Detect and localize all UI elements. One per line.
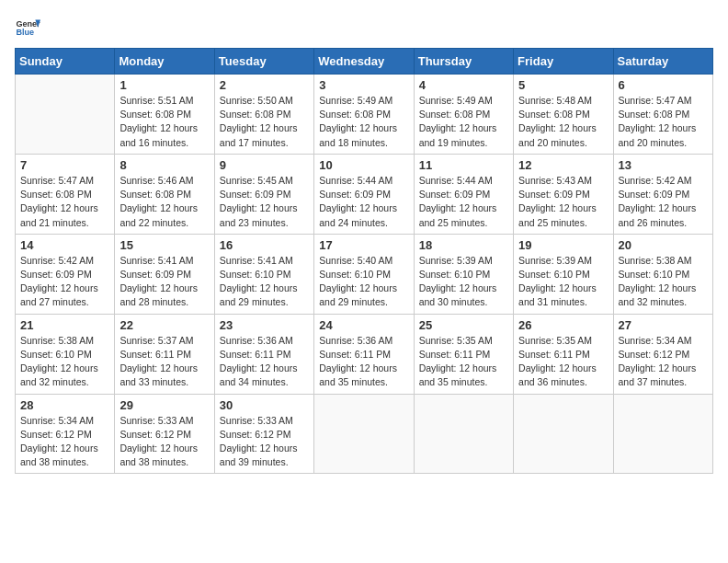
day-header-monday: Monday bbox=[115, 49, 214, 75]
day-info: Sunrise: 5:49 AM Sunset: 6:08 PM Dayligh… bbox=[419, 94, 508, 150]
calendar-cell bbox=[314, 394, 414, 474]
calendar-cell: 27Sunrise: 5:34 AM Sunset: 6:12 PM Dayli… bbox=[613, 314, 712, 394]
calendar-cell: 15Sunrise: 5:41 AM Sunset: 6:09 PM Dayli… bbox=[115, 234, 214, 314]
calendar-cell: 16Sunrise: 5:41 AM Sunset: 6:10 PM Dayli… bbox=[214, 234, 313, 314]
calendar-cell: 2Sunrise: 5:50 AM Sunset: 6:08 PM Daylig… bbox=[214, 75, 313, 155]
day-info: Sunrise: 5:33 AM Sunset: 6:12 PM Dayligh… bbox=[220, 414, 309, 470]
calendar-cell: 8Sunrise: 5:46 AM Sunset: 6:08 PM Daylig… bbox=[115, 154, 214, 234]
day-number: 13 bbox=[619, 158, 708, 172]
day-info: Sunrise: 5:42 AM Sunset: 6:09 PM Dayligh… bbox=[20, 254, 109, 310]
day-number: 27 bbox=[619, 318, 708, 332]
svg-text:Blue: Blue bbox=[16, 28, 34, 37]
day-info: Sunrise: 5:38 AM Sunset: 6:10 PM Dayligh… bbox=[619, 254, 708, 310]
page-header: General Blue bbox=[15, 15, 713, 40]
day-header-sunday: Sunday bbox=[16, 49, 115, 75]
day-number: 17 bbox=[319, 238, 408, 252]
day-info: Sunrise: 5:50 AM Sunset: 6:08 PM Dayligh… bbox=[220, 94, 309, 150]
day-number: 21 bbox=[20, 318, 109, 332]
day-number: 30 bbox=[220, 398, 309, 412]
day-info: Sunrise: 5:46 AM Sunset: 6:08 PM Dayligh… bbox=[119, 174, 209, 230]
logo-icon: General Blue bbox=[15, 15, 40, 40]
day-number: 18 bbox=[419, 238, 508, 252]
day-info: Sunrise: 5:49 AM Sunset: 6:08 PM Dayligh… bbox=[319, 94, 408, 150]
calendar-cell: 13Sunrise: 5:42 AM Sunset: 6:09 PM Dayli… bbox=[613, 154, 712, 234]
calendar-cell: 20Sunrise: 5:38 AM Sunset: 6:10 PM Dayli… bbox=[613, 234, 712, 314]
day-number: 16 bbox=[220, 238, 309, 252]
day-header-thursday: Thursday bbox=[414, 49, 513, 75]
day-number: 12 bbox=[518, 158, 608, 172]
calendar-cell: 12Sunrise: 5:43 AM Sunset: 6:09 PM Dayli… bbox=[514, 154, 613, 234]
calendar-cell: 30Sunrise: 5:33 AM Sunset: 6:12 PM Dayli… bbox=[214, 394, 313, 474]
calendar-cell: 22Sunrise: 5:37 AM Sunset: 6:11 PM Dayli… bbox=[115, 314, 214, 394]
day-info: Sunrise: 5:41 AM Sunset: 6:09 PM Dayligh… bbox=[119, 254, 209, 310]
day-number: 22 bbox=[119, 318, 209, 332]
day-number: 9 bbox=[220, 158, 309, 172]
calendar-cell: 4Sunrise: 5:49 AM Sunset: 6:08 PM Daylig… bbox=[414, 75, 513, 155]
day-info: Sunrise: 5:39 AM Sunset: 6:10 PM Dayligh… bbox=[419, 254, 508, 310]
day-number: 4 bbox=[419, 78, 508, 92]
calendar-cell: 5Sunrise: 5:48 AM Sunset: 6:08 PM Daylig… bbox=[514, 75, 613, 155]
day-info: Sunrise: 5:35 AM Sunset: 6:11 PM Dayligh… bbox=[419, 334, 508, 390]
day-number: 15 bbox=[119, 238, 209, 252]
week-row-2: 7Sunrise: 5:47 AM Sunset: 6:08 PM Daylig… bbox=[16, 154, 713, 234]
day-info: Sunrise: 5:35 AM Sunset: 6:11 PM Dayligh… bbox=[518, 334, 608, 390]
calendar-cell: 24Sunrise: 5:36 AM Sunset: 6:11 PM Dayli… bbox=[314, 314, 414, 394]
day-info: Sunrise: 5:44 AM Sunset: 6:09 PM Dayligh… bbox=[319, 174, 408, 230]
day-info: Sunrise: 5:42 AM Sunset: 6:09 PM Dayligh… bbox=[619, 174, 708, 230]
calendar-cell: 21Sunrise: 5:38 AM Sunset: 6:10 PM Dayli… bbox=[16, 314, 115, 394]
day-info: Sunrise: 5:47 AM Sunset: 6:08 PM Dayligh… bbox=[619, 94, 708, 150]
day-number: 26 bbox=[518, 318, 608, 332]
calendar-cell bbox=[16, 75, 115, 155]
day-info: Sunrise: 5:38 AM Sunset: 6:10 PM Dayligh… bbox=[20, 334, 109, 390]
day-header-saturday: Saturday bbox=[613, 49, 712, 75]
calendar-cell: 7Sunrise: 5:47 AM Sunset: 6:08 PM Daylig… bbox=[16, 154, 115, 234]
calendar-cell bbox=[613, 394, 712, 474]
day-number: 20 bbox=[619, 238, 708, 252]
day-number: 6 bbox=[619, 78, 708, 92]
calendar-cell: 26Sunrise: 5:35 AM Sunset: 6:11 PM Dayli… bbox=[514, 314, 613, 394]
day-info: Sunrise: 5:51 AM Sunset: 6:08 PM Dayligh… bbox=[119, 94, 209, 150]
day-info: Sunrise: 5:34 AM Sunset: 6:12 PM Dayligh… bbox=[20, 414, 109, 470]
day-info: Sunrise: 5:48 AM Sunset: 6:08 PM Dayligh… bbox=[518, 94, 608, 150]
calendar-cell: 14Sunrise: 5:42 AM Sunset: 6:09 PM Dayli… bbox=[16, 234, 115, 314]
day-info: Sunrise: 5:39 AM Sunset: 6:10 PM Dayligh… bbox=[518, 254, 608, 310]
week-row-1: 1Sunrise: 5:51 AM Sunset: 6:08 PM Daylig… bbox=[16, 75, 713, 155]
week-row-5: 28Sunrise: 5:34 AM Sunset: 6:12 PM Dayli… bbox=[16, 394, 713, 474]
calendar-cell: 23Sunrise: 5:36 AM Sunset: 6:11 PM Dayli… bbox=[214, 314, 313, 394]
calendar-table: SundayMondayTuesdayWednesdayThursdayFrid… bbox=[15, 48, 713, 474]
day-info: Sunrise: 5:40 AM Sunset: 6:10 PM Dayligh… bbox=[319, 254, 408, 310]
day-header-tuesday: Tuesday bbox=[214, 49, 313, 75]
day-number: 23 bbox=[220, 318, 309, 332]
week-row-3: 14Sunrise: 5:42 AM Sunset: 6:09 PM Dayli… bbox=[16, 234, 713, 314]
day-number: 29 bbox=[119, 398, 209, 412]
calendar-cell: 3Sunrise: 5:49 AM Sunset: 6:08 PM Daylig… bbox=[314, 75, 414, 155]
calendar-cell: 1Sunrise: 5:51 AM Sunset: 6:08 PM Daylig… bbox=[115, 75, 214, 155]
day-info: Sunrise: 5:33 AM Sunset: 6:12 PM Dayligh… bbox=[119, 414, 209, 470]
day-number: 3 bbox=[319, 78, 408, 92]
day-header-wednesday: Wednesday bbox=[314, 49, 414, 75]
day-number: 7 bbox=[20, 158, 109, 172]
day-info: Sunrise: 5:36 AM Sunset: 6:11 PM Dayligh… bbox=[220, 334, 309, 390]
calendar-cell: 19Sunrise: 5:39 AM Sunset: 6:10 PM Dayli… bbox=[514, 234, 613, 314]
day-number: 25 bbox=[419, 318, 508, 332]
day-header-friday: Friday bbox=[514, 49, 613, 75]
calendar-cell: 6Sunrise: 5:47 AM Sunset: 6:08 PM Daylig… bbox=[613, 75, 712, 155]
calendar-cell: 18Sunrise: 5:39 AM Sunset: 6:10 PM Dayli… bbox=[414, 234, 513, 314]
day-number: 1 bbox=[119, 78, 209, 92]
calendar-header-row: SundayMondayTuesdayWednesdayThursdayFrid… bbox=[16, 49, 713, 75]
logo: General Blue bbox=[15, 15, 40, 40]
calendar-cell: 17Sunrise: 5:40 AM Sunset: 6:10 PM Dayli… bbox=[314, 234, 414, 314]
day-info: Sunrise: 5:45 AM Sunset: 6:09 PM Dayligh… bbox=[220, 174, 309, 230]
week-row-4: 21Sunrise: 5:38 AM Sunset: 6:10 PM Dayli… bbox=[16, 314, 713, 394]
calendar-cell: 9Sunrise: 5:45 AM Sunset: 6:09 PM Daylig… bbox=[214, 154, 313, 234]
calendar-cell: 29Sunrise: 5:33 AM Sunset: 6:12 PM Dayli… bbox=[115, 394, 214, 474]
day-info: Sunrise: 5:43 AM Sunset: 6:09 PM Dayligh… bbox=[518, 174, 608, 230]
day-info: Sunrise: 5:37 AM Sunset: 6:11 PM Dayligh… bbox=[119, 334, 209, 390]
day-info: Sunrise: 5:44 AM Sunset: 6:09 PM Dayligh… bbox=[419, 174, 508, 230]
calendar-cell: 11Sunrise: 5:44 AM Sunset: 6:09 PM Dayli… bbox=[414, 154, 513, 234]
day-info: Sunrise: 5:36 AM Sunset: 6:11 PM Dayligh… bbox=[319, 334, 408, 390]
day-number: 2 bbox=[220, 78, 309, 92]
day-number: 14 bbox=[20, 238, 109, 252]
day-number: 24 bbox=[319, 318, 408, 332]
calendar-cell: 25Sunrise: 5:35 AM Sunset: 6:11 PM Dayli… bbox=[414, 314, 513, 394]
